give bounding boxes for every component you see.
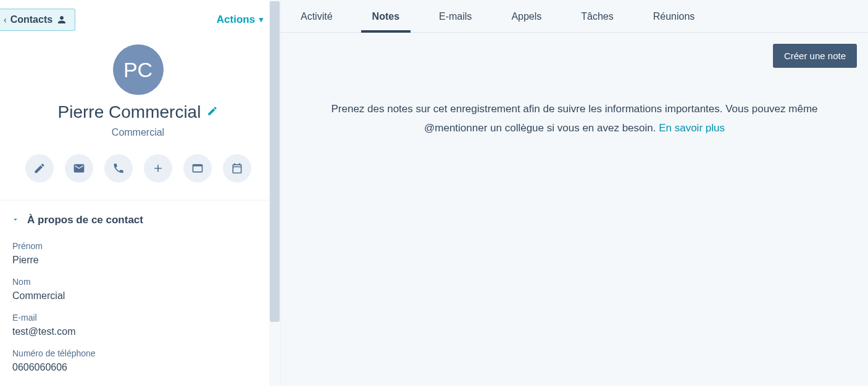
notes-empty-state: Prenez des notes sur cet enregistrement … [281, 68, 868, 138]
create-note-button[interactable]: Créer une note [773, 44, 857, 68]
schedule-action-button[interactable] [223, 154, 251, 183]
scrollbar-thumb[interactable] [270, 1, 280, 322]
chevron-down-icon [11, 215, 20, 226]
field-value: test@test.com [12, 326, 264, 337]
scrollbar-track[interactable] [269, 0, 280, 386]
add-action-button[interactable] [144, 154, 172, 183]
actions-label: Actions [217, 14, 255, 26]
about-section-toggle[interactable]: À propos de ce contact [11, 214, 265, 226]
call-action-button[interactable] [104, 154, 133, 183]
window-icon [191, 162, 204, 175]
phone-icon [112, 162, 125, 175]
contact-avatar: PC [113, 44, 164, 95]
chevron-left-icon: ‹ [4, 15, 7, 25]
about-section-title: À propos de ce contact [27, 214, 143, 226]
tab-calls[interactable]: Appels [511, 11, 541, 32]
field-label: Numéro de téléphone [12, 348, 264, 358]
field-value: 0606060606 [12, 362, 264, 373]
tab-tasks[interactable]: Tâches [581, 11, 613, 32]
actions-dropdown[interactable]: Actions ▼ [217, 14, 265, 26]
person-icon [56, 14, 67, 25]
field-label: Nom [12, 277, 264, 287]
field-last-name[interactable]: Nom Commercial [12, 277, 264, 302]
field-value: Pierre [12, 255, 264, 266]
field-phone[interactable]: Numéro de téléphone 0606060606 [12, 348, 264, 373]
tab-meetings[interactable]: Réunions [653, 11, 695, 32]
back-to-contacts-button[interactable]: ‹ Contacts [0, 9, 75, 31]
caret-down-icon: ▼ [257, 15, 265, 24]
tab-activity[interactable]: Activité [301, 11, 333, 32]
field-label: Prénom [12, 241, 264, 251]
main-panel: Activité Notes E-mails Appels Tâches Réu… [281, 0, 868, 386]
avatar-initials: PC [123, 58, 152, 82]
field-label: E-mail [12, 313, 264, 322]
field-value: Commercial [12, 290, 264, 302]
envelope-icon [73, 162, 85, 175]
calendar-icon [231, 162, 243, 175]
field-first-name[interactable]: Prénom Pierre [12, 241, 264, 266]
email-action-button[interactable] [65, 154, 93, 183]
learn-more-link[interactable]: En savoir plus [659, 122, 725, 134]
note-action-button[interactable] [25, 154, 54, 183]
plus-icon [152, 162, 164, 175]
contact-role: Commercial [0, 127, 276, 138]
contact-name: Pierre Commercial [58, 102, 201, 122]
edit-name-icon[interactable] [207, 105, 218, 119]
tab-emails[interactable]: E-mails [439, 11, 472, 32]
contact-sidebar: ‹ Contacts Actions ▼ PC Pierre Commercia… [0, 0, 281, 386]
empty-state-text: Prenez des notes sur cet enregistrement … [331, 103, 817, 134]
tab-notes[interactable]: Notes [372, 11, 399, 32]
pencil-square-icon [33, 162, 46, 175]
field-email[interactable]: E-mail test@test.com [12, 313, 264, 337]
log-action-button[interactable] [183, 154, 212, 183]
back-label: Contacts [10, 14, 52, 25]
